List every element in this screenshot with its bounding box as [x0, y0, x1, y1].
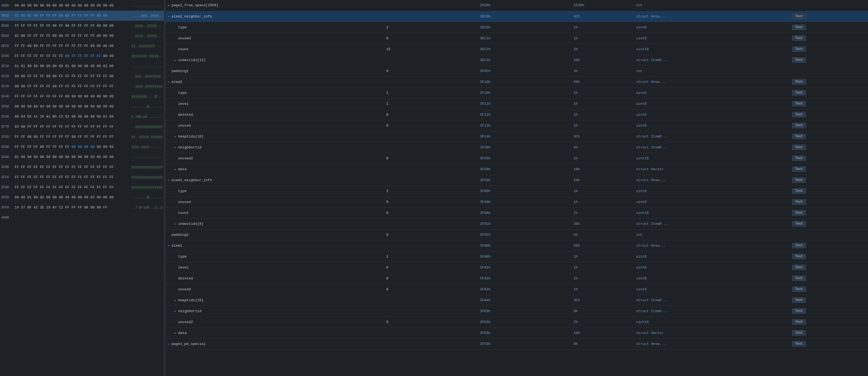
hex-row-3F60[interactable]: 3F60 80 84 EE 41 26 A1 B5 C2 02 00 08 00…	[0, 112, 164, 122]
text-button[interactable]: Text	[792, 134, 806, 139]
expand-icon[interactable]: ▸	[174, 222, 178, 226]
table-row[interactable]: type13FA0h1huint8Text	[165, 251, 868, 262]
text-button[interactable]: Text	[792, 177, 806, 183]
table-row[interactable]: ▾ elem13FA0h58hstruct Hnsw...Text	[165, 240, 868, 251]
text-button[interactable]: Text	[792, 145, 806, 150]
hex-row-3F00[interactable]: 3F00 FF FF FF FF FF FF FF FF 00 FF FF FF…	[0, 51, 164, 61]
hex-row-3F70[interactable]: 3F70 03 00 FF FF FF FF FF FF FF FF FF FF…	[0, 122, 164, 132]
table-row[interactable]: type13F10h1huint8Text	[165, 87, 868, 98]
text-button[interactable]: Text	[792, 14, 806, 19]
text-button[interactable]: Text	[792, 308, 806, 314]
expand-icon[interactable]: ▸	[174, 299, 178, 302]
text-button[interactable]: Text	[792, 319, 806, 325]
table-row[interactable]: level13F11h1huint8Text	[165, 98, 868, 109]
table-row[interactable]: ▸ data3FE8h10hstruct VectorText	[165, 328, 868, 338]
collapse-icon[interactable]: ▾	[168, 15, 172, 18]
table-row[interactable]: ▾ elem23F10h58hstruct Hnsw...Text	[165, 76, 868, 87]
text-button[interactable]: Text	[792, 199, 806, 205]
hex-row-3FA0[interactable]: 3FA0 01 00 00 00 00 00 00 00 00 00 00 00…	[0, 152, 164, 162]
table-row[interactable]: padding103F0Ch4hint	[165, 66, 868, 76]
text-button[interactable]: Text	[792, 188, 806, 194]
hex-addr: 3ED0	[1, 24, 15, 28]
text-button[interactable]: Text	[792, 265, 806, 270]
table-row[interactable]: ▾ elem1_neighbor_info3F68h34hstruct Hnsw…	[165, 175, 868, 185]
field-name: type	[178, 91, 187, 95]
table-row[interactable]: unused203F56h2huint16Text	[165, 153, 868, 164]
collapse-icon[interactable]: ▾	[168, 178, 172, 182]
text-button[interactable]: Text	[792, 330, 806, 336]
hex-row-3EB0[interactable]: 3EB0 00 00 00 00 00 00 00 00 00 00 00 00…	[0, 1, 164, 11]
text-button[interactable]: Text	[792, 298, 806, 303]
expand-icon[interactable]: ▸	[174, 168, 178, 171]
text-button[interactable]: Text	[792, 79, 806, 84]
text-button[interactable]: Text	[792, 123, 806, 128]
field-value: 8	[384, 207, 478, 218]
hex-row-3F30[interactable]: 3F30 00 00 FF FF FF FF 00 FF FF FF FF FF…	[0, 81, 164, 92]
table-row[interactable]: ▸ neighbortid3F50h6hstruct ItemP...Text	[165, 142, 868, 153]
table-row[interactable]: unused03F69h1huint8Text	[165, 197, 868, 207]
hex-row-3FD0[interactable]: 3FD0 FF FF FF FF FF FF FF FF FF FF FF FF…	[0, 182, 164, 192]
table-row[interactable]: level03FA1h1huint8Text	[165, 262, 868, 273]
text-button[interactable]: Text	[792, 156, 806, 161]
table-row[interactable]: ▸ neighbortid3FE0h6hstruct ItemP...Text	[165, 306, 868, 316]
table-row[interactable]: type23F68h1huint8Text	[165, 185, 868, 197]
expand-icon[interactable]: ▸	[174, 309, 178, 313]
table-row[interactable]: deleted03F12h1huint8Text	[165, 109, 868, 120]
table-row[interactable]: type23EC0h1huint8Text	[165, 22, 868, 33]
text-button[interactable]: Text	[792, 35, 806, 41]
table-row[interactable]: ▸ indextids[8]3F6Ch30hstruct ItemP...Tex…	[165, 218, 868, 229]
table-row[interactable]: unused03F13h1huint8Text	[165, 120, 868, 131]
text-button[interactable]: Text	[792, 221, 806, 227]
text-button[interactable]: Text	[792, 101, 806, 106]
hex-row-3ED0[interactable]: 3ED0 FF FF FF FF FF FF 00 FF 00 FF FF FF…	[0, 21, 164, 31]
expand-icon[interactable]: ▸	[168, 4, 172, 7]
collapse-icon[interactable]: ▾	[168, 80, 172, 84]
table-row[interactable]: unused03EC1h1huint8Text	[165, 33, 868, 44]
table-row[interactable]: count83F6Ah2huint16Text	[165, 207, 868, 218]
expand-icon[interactable]: ▸	[174, 146, 178, 149]
table-row[interactable]: ▸ page1_pd_special3FF8h8hstruct Hnsw...T…	[165, 338, 868, 349]
table-row[interactable]: ▸ heaptids[10]3FA4h3Chstruct ItemP...Tex…	[165, 295, 868, 306]
text-button[interactable]: Text	[792, 254, 806, 259]
hex-row-3EE0[interactable]: 3EE0 01 00 FF FF FF FF 00 00 FF FF FF FF…	[0, 31, 164, 41]
table-row[interactable]: ▸ page1_free_space[1958]2028h1E98hint	[165, 0, 868, 11]
hex-row-3F10[interactable]: 3F10 01 01 00 00 00 00 00 00 01 00 00 00…	[0, 61, 164, 71]
text-button[interactable]: Text	[792, 25, 806, 30]
table-row[interactable]: ▾ elem2_neighbor_info3EC0h4Chstruct Hnsw…	[165, 11, 868, 22]
table-row[interactable]: ▸ indextids[12]3EC4h48hstruct ItemP...Te…	[165, 55, 868, 66]
hex-row-3FE0[interactable]: 3FE0 00 00 01 00 02 00 00 00 40 00 00 00…	[0, 192, 164, 202]
text-button[interactable]: Text	[792, 46, 806, 52]
table-row[interactable]: deleted03FA2h1huint8Text	[165, 273, 868, 284]
text-button[interactable]: Text	[792, 90, 806, 96]
hex-row-3F80[interactable]: 3F80 FF FF 00 00 FF FF FF FF FF 00 FF FF…	[0, 132, 164, 142]
table-row[interactable]: unused03FA3h1huint8Text	[165, 284, 868, 295]
text-button[interactable]: Text	[792, 112, 806, 117]
table-row[interactable]: unused203FE6h2huint16Text	[165, 316, 868, 328]
hex-row-3EC0[interactable]: 3EC0 02 00 0C 00 FF FF FF 00 00 FF FF FF…	[0, 11, 164, 21]
text-button[interactable]: Text	[792, 166, 806, 172]
hex-row-3FB0[interactable]: 3FB0 FF FF FF FF FF FF FF FF FF FF FF FF…	[0, 162, 164, 172]
hex-row-3EF0[interactable]: 3EF0 FF FF 00 00 FF FF FF FF FF FF FF FF…	[0, 41, 164, 51]
expand-icon[interactable]: ▸	[174, 135, 178, 138]
expand-icon[interactable]: ▸	[168, 342, 172, 346]
text-button[interactable]: Text	[792, 243, 806, 248]
table-row[interactable]: ▸ heaptids[10]3F14h3Chstruct ItemP...Tex…	[165, 131, 868, 142]
hex-row-3F50[interactable]: 3F50 00 00 00 00 04 00 00 00 40 00 00 00…	[0, 102, 164, 112]
table-row[interactable]: ▸ data3F58h10hstruct VectorText	[165, 164, 868, 175]
table-row[interactable]: count123EC2h2huint16Text	[165, 44, 868, 55]
hex-row-3F90[interactable]: 3F90 FF FF FF FF 00 FF FF FF FF 00 00 00…	[0, 142, 164, 152]
table-row[interactable]: padding203F9Ch4hint	[165, 229, 868, 240]
text-button[interactable]: Text	[792, 57, 806, 63]
hex-row-3F20[interactable]: 3F20 00 00 FF FF FF 00 00 FF FF FF FF FF…	[0, 71, 164, 81]
hex-row-4000[interactable]: 4000	[0, 212, 164, 223]
hex-row-3FF0[interactable]: 3FF0 14 37 0F 42 3E 29 A7 C2 FF FF FF 00…	[0, 202, 164, 212]
hex-row-3F40[interactable]: 3F40 FF FF FF FF FF FF FF FF 00 00 00 00…	[0, 92, 164, 102]
collapse-icon[interactable]: ▾	[168, 244, 172, 247]
expand-icon[interactable]: ▸	[174, 331, 178, 335]
text-button[interactable]: Text	[792, 276, 806, 281]
expand-icon[interactable]: ▸	[174, 58, 178, 62]
text-button[interactable]: Text	[792, 210, 806, 215]
text-button[interactable]: Text	[792, 286, 806, 292]
text-button[interactable]: Text	[792, 341, 806, 346]
hex-row-3FC0[interactable]: 3FC0 FF FF FF FF FF FF FF FF FF FF FF FF…	[0, 172, 164, 182]
